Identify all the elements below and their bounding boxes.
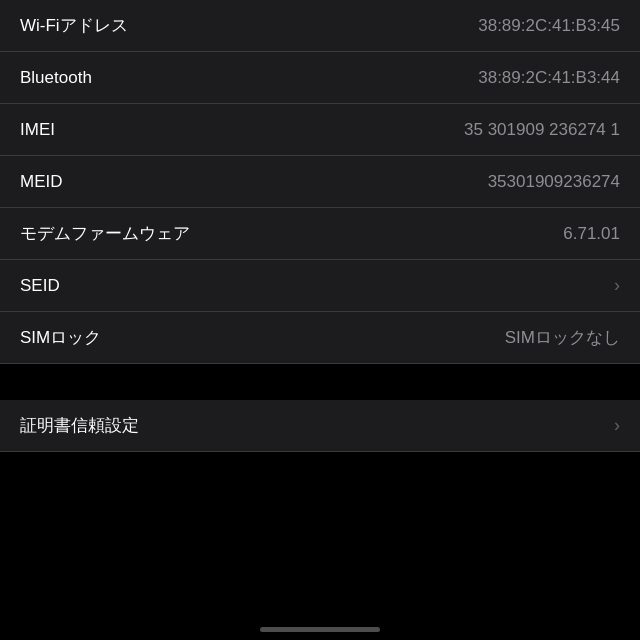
- modem-firmware-value: 6.71.01: [563, 224, 620, 244]
- bluetooth-value: 38:89:2C:41:B3:44: [478, 68, 620, 88]
- sim-lock-value: SIMロックなし: [505, 326, 620, 349]
- wifi-address-row: Wi-Fiアドレス 38:89:2C:41:B3:45: [0, 0, 640, 52]
- meid-row: MEID 35301909236274: [0, 156, 640, 208]
- meid-label: MEID: [20, 172, 480, 192]
- settings-list: Wi-Fiアドレス 38:89:2C:41:B3:45 Bluetooth 38…: [0, 0, 640, 532]
- modem-firmware-row: モデムファームウェア 6.71.01: [0, 208, 640, 260]
- sim-lock-row: SIMロック SIMロックなし: [0, 312, 640, 364]
- imei-row: IMEI 35 301909 236274 1: [0, 104, 640, 156]
- bluetooth-label: Bluetooth: [20, 68, 470, 88]
- certificate-trust-row[interactable]: 証明書信頼設定 ›: [0, 400, 640, 452]
- imei-label: IMEI: [20, 120, 456, 140]
- seid-label: SEID: [20, 276, 606, 296]
- imei-value: 35 301909 236274 1: [464, 120, 620, 140]
- bottom-area: [0, 452, 640, 532]
- wifi-address-label: Wi-Fiアドレス: [20, 14, 470, 37]
- meid-value: 35301909236274: [488, 172, 620, 192]
- seid-chevron: ›: [614, 275, 620, 296]
- seid-row[interactable]: SEID ›: [0, 260, 640, 312]
- home-indicator: [260, 627, 380, 632]
- bluetooth-row: Bluetooth 38:89:2C:41:B3:44: [0, 52, 640, 104]
- modem-firmware-label: モデムファームウェア: [20, 222, 555, 245]
- certificate-trust-chevron: ›: [614, 415, 620, 436]
- sim-lock-label: SIMロック: [20, 326, 497, 349]
- certificate-trust-label: 証明書信頼設定: [20, 414, 606, 437]
- section-gap: [0, 364, 640, 400]
- wifi-address-value: 38:89:2C:41:B3:45: [478, 16, 620, 36]
